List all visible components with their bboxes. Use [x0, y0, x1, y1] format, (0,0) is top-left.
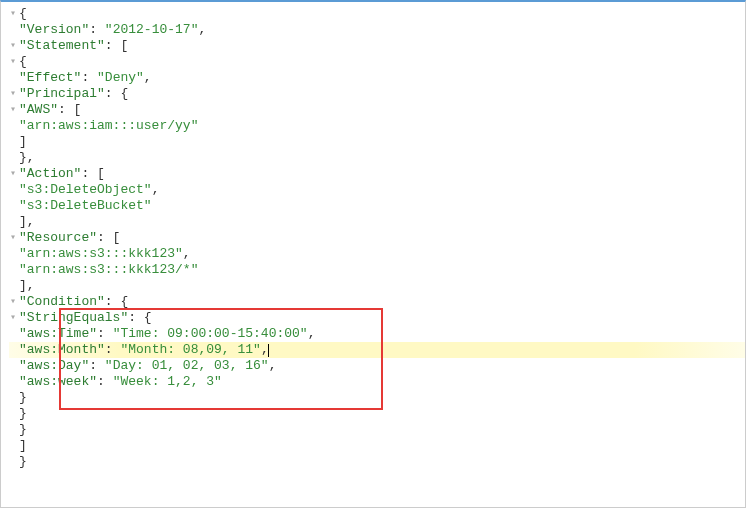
code-editor[interactable]: ▾{ "Version": "2012-10-17", ▾ "Statement…: [1, 2, 745, 474]
fold-icon[interactable]: ▾: [9, 38, 17, 54]
code-line: ],: [9, 278, 745, 294]
fold-icon[interactable]: ▾: [9, 230, 17, 246]
fold-icon[interactable]: ▾: [9, 102, 17, 118]
code-line: ▾ {: [9, 54, 745, 70]
code-line: ▾ "AWS": [: [9, 102, 745, 118]
code-line: "arn:aws:s3:::kkk123/*": [9, 262, 745, 278]
code-line: ▾ "Principal": {: [9, 86, 745, 102]
fold-icon[interactable]: ▾: [9, 166, 17, 182]
code-line: "arn:aws:iam:::user/yy": [9, 118, 745, 134]
code-line: ▾ "Action": [: [9, 166, 745, 182]
code-line: ▾ "Condition": {: [9, 294, 745, 310]
fold-icon[interactable]: ▾: [9, 294, 17, 310]
code-line: }: [9, 422, 745, 438]
code-line: "aws:week": "Week: 1,2, 3": [9, 374, 745, 390]
code-line: "Version": "2012-10-17",: [9, 22, 745, 38]
code-line: "aws:Day": "Day: 01, 02, 03, 16",: [9, 358, 745, 374]
code-line: ]: [9, 134, 745, 150]
code-line-active: "aws:Month": "Month: 08,09, 11",: [9, 342, 745, 358]
text-cursor: [268, 344, 269, 357]
fold-icon[interactable]: ▾: [9, 54, 17, 70]
code-line: "aws:Time": "Time: 09:00:00-15:40:00",: [9, 326, 745, 342]
code-line: "s3:DeleteBucket": [9, 198, 745, 214]
code-line: ▾ "Statement": [: [9, 38, 745, 54]
code-line: ▾{: [9, 6, 745, 22]
code-line: ]: [9, 438, 745, 454]
code-line: ▾ "StringEquals": {: [9, 310, 745, 326]
code-line: "Effect": "Deny",: [9, 70, 745, 86]
code-line: "arn:aws:s3:::kkk123",: [9, 246, 745, 262]
code-line: }: [9, 406, 745, 422]
fold-icon[interactable]: ▾: [9, 86, 17, 102]
code-line: }: [9, 390, 745, 406]
code-line: },: [9, 150, 745, 166]
code-line: "s3:DeleteObject",: [9, 182, 745, 198]
fold-icon[interactable]: ▾: [9, 6, 17, 22]
fold-icon[interactable]: ▾: [9, 310, 17, 326]
code-line: ▾ "Resource": [: [9, 230, 745, 246]
code-line: ],: [9, 214, 745, 230]
code-line: }: [9, 454, 745, 470]
